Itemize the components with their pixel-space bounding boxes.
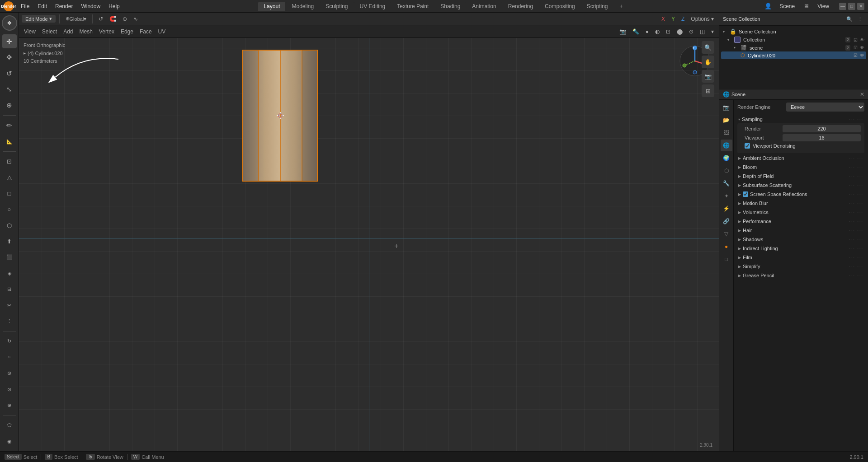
pp-icon-texture[interactable]: □ <box>721 253 732 265</box>
tool-bevel[interactable]: ◈ <box>2 266 17 280</box>
section-hair-header[interactable]: ▶ Hair ··· ··· <box>737 226 864 234</box>
tab-animation[interactable]: Animation <box>467 2 501 11</box>
edit-mode-btn[interactable]: Edit Mode ▾ <box>22 15 56 23</box>
tab-add[interactable]: + <box>614 2 628 11</box>
vp-menu-vertex[interactable]: Vertex <box>97 28 117 36</box>
tool-plane[interactable]: □ <box>2 187 17 201</box>
tool-smooth[interactable]: ≈ <box>2 350 17 364</box>
maximize-btn[interactable]: □ <box>848 3 855 10</box>
tool-cursor[interactable]: ✛ <box>2 34 17 48</box>
section-ssr-header[interactable]: ▶ Screen Space Reflections ··· ··· <box>737 190 864 198</box>
section-mb-header[interactable]: ▶ Motion Blur ··· ··· <box>737 199 864 207</box>
close-btn[interactable]: ✕ <box>857 3 864 10</box>
view-icon-btn[interactable]: 🖥 <box>801 1 811 11</box>
vp-solid-mode[interactable]: ⬤ <box>675 28 685 36</box>
outliner-search-icon[interactable]: 🔍 <box>845 14 854 23</box>
vp-menu-face[interactable]: Face <box>137 28 154 36</box>
section-simplify-header[interactable]: ▶ Simplify ··· ··· <box>737 262 864 271</box>
pp-icon-data[interactable]: ▽ <box>721 228 732 240</box>
section-sampling-header[interactable]: ▾ Sampling ··· ··· <box>737 115 864 123</box>
vp-menu-mesh[interactable]: Mesh <box>77 28 95 36</box>
menu-edit[interactable]: Edit <box>34 2 51 10</box>
pp-icon-physics[interactable]: ⚡ <box>721 203 732 215</box>
tab-modeling[interactable]: Modeling <box>286 2 319 11</box>
vp-icon-pivot[interactable]: ↺ <box>96 15 105 23</box>
tool-annotate[interactable]: ✏ <box>2 118 17 132</box>
tool-measure[interactable]: 📐 <box>2 134 17 148</box>
vp-overlay-toggle[interactable]: ⊙ <box>687 28 696 36</box>
pp-icon-object[interactable]: ⬡ <box>721 165 732 177</box>
mode-circle[interactable]: ✥ <box>2 15 17 31</box>
render-samples-input[interactable] <box>783 125 861 132</box>
section-il-header[interactable]: ▶ Indirect Lighting ··· ··· <box>737 244 864 252</box>
tab-scripting[interactable]: Scripting <box>581 2 613 11</box>
section-vol-header[interactable]: ▶ Volumetrics ··· ··· <box>737 208 864 216</box>
tree-item-scene-collection[interactable]: ▾ 🔒 Scene Collection <box>721 28 866 36</box>
vp-icon-global[interactable]: ⊕ Global ▾ <box>63 15 89 23</box>
vp-menu-select[interactable]: Select <box>40 28 59 36</box>
tool-shear[interactable]: ⬠ <box>2 418 17 432</box>
vp-menu-view[interactable]: View <box>22 28 38 36</box>
menu-file[interactable]: File <box>17 2 33 10</box>
vp-icon-falloff[interactable]: ∿ <box>131 15 140 23</box>
box-select-key[interactable]: B <box>45 454 52 460</box>
minimize-btn[interactable]: — <box>839 3 846 10</box>
vp-camera-icon[interactable]: 📷 <box>617 28 628 36</box>
section-bloom-header[interactable]: ▶ Bloom ··· ··· <box>737 163 864 171</box>
properties-close-btn[interactable]: ✕ <box>860 91 864 98</box>
pp-icon-viewlayer[interactable]: 🖼 <box>721 127 732 139</box>
menu-help[interactable]: Help <box>105 2 123 10</box>
tool-extrude[interactable]: ⬆ <box>2 234 17 248</box>
tool-shrink[interactable]: ⊙ <box>2 382 17 396</box>
vp-render-mode[interactable]: ● <box>643 28 651 36</box>
tab-sculpting[interactable]: Sculpting <box>320 2 353 11</box>
pp-icon-output[interactable]: 📂 <box>721 114 732 126</box>
pp-icon-particles[interactable]: ✦ <box>721 190 732 202</box>
section-ao-header[interactable]: ▶ Ambient Occlusion ··· ··· <box>737 154 864 162</box>
vp-menu-add[interactable]: Add <box>61 28 75 36</box>
vp-menu-more[interactable]: ▾ <box>709 28 716 36</box>
tool-rotate[interactable]: ↺ <box>2 66 17 80</box>
vp-icon-prop[interactable]: ⊙ <box>120 15 129 23</box>
viewport-denoising-checkbox[interactable] <box>745 143 750 149</box>
vp-menu-edge[interactable]: Edge <box>118 28 136 36</box>
tree-item-collection[interactable]: ▾ Collection 2 ☑ 👁 <box>721 36 866 44</box>
vp-menu-uv[interactable]: UV <box>156 28 168 36</box>
tool-knife[interactable]: ✂ <box>2 298 17 312</box>
tool-circle[interactable]: ○ <box>2 202 17 216</box>
tool-move[interactable]: ✥ <box>2 50 17 64</box>
tool-poly-build[interactable]: ⋮ <box>2 314 17 328</box>
vp-icon-z[interactable]: Z <box>679 15 687 23</box>
pp-icon-material[interactable]: ● <box>721 241 732 252</box>
section-sss-header[interactable]: ▶ Subsurface Scattering ··· ··· <box>737 181 864 189</box>
pp-icon-scene[interactable]: 🌐 <box>721 140 732 151</box>
tool-cube-add[interactable]: ⊡ <box>2 154 17 168</box>
ssr-checkbox[interactable] <box>743 191 748 197</box>
vp-icon-x[interactable]: X <box>659 15 667 23</box>
call-menu-key[interactable]: W <box>131 454 140 460</box>
tab-rendering[interactable]: Rendering <box>503 2 538 11</box>
tool-uv-sphere[interactable]: ⬡ <box>2 218 17 232</box>
tool-push-pull[interactable]: ⊕ <box>2 398 17 412</box>
tool-scale[interactable]: ⤡ <box>2 82 17 96</box>
tool-transform[interactable]: ⊕ <box>2 98 17 112</box>
vp-display-icon[interactable]: 🔦 <box>630 28 642 36</box>
scene-icon-btn[interactable]: 👤 <box>763 1 773 11</box>
section-perf-header[interactable]: ▶ Performance ··· ··· <box>737 217 864 225</box>
menu-window[interactable]: Window <box>77 2 104 10</box>
viewport-samples-input[interactable] <box>783 134 861 141</box>
vp-camera-btn[interactable]: 📷 <box>702 70 714 83</box>
tab-compositing[interactable]: Compositing <box>539 2 580 11</box>
tool-to-sphere[interactable]: ◉ <box>2 434 17 448</box>
tool-inset[interactable]: ⬛ <box>2 250 17 264</box>
vp-icon-snap[interactable]: 🧲 <box>107 15 118 23</box>
tree-item-cylinder[interactable]: ⬡ Cylinder.020 ☑ 👁 <box>721 51 866 59</box>
tab-layout[interactable]: Layout <box>258 2 285 11</box>
section-dof-header[interactable]: ▶ Depth of Field ··· ··· <box>737 172 864 180</box>
tab-uv-editing[interactable]: UV Editing <box>354 2 391 11</box>
vp-grid-btn[interactable]: ⊞ <box>702 84 714 97</box>
menu-render[interactable]: Render <box>52 2 76 10</box>
rotate-key[interactable]: 🖱 <box>86 454 95 460</box>
pp-icon-world[interactable]: 🌍 <box>721 152 732 164</box>
tool-cone[interactable]: △ <box>2 170 17 184</box>
